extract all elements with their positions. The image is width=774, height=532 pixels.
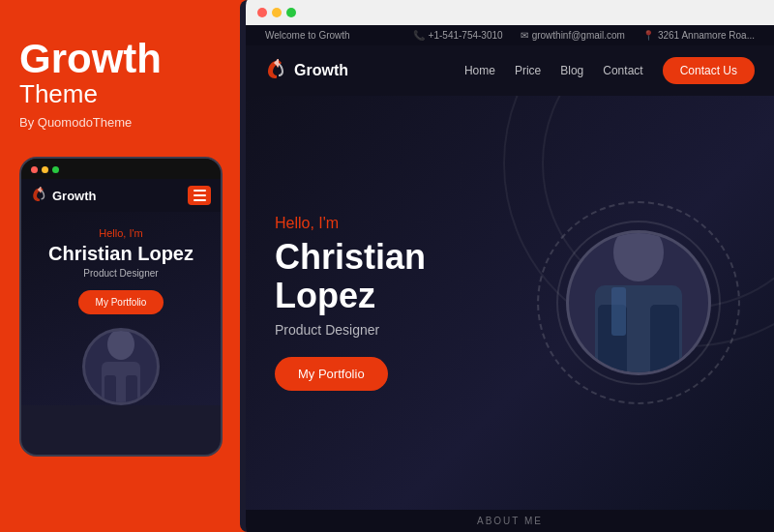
topbar-welcome: Welcome to Growth: [265, 30, 350, 41]
brand-title: Growth: [19, 39, 221, 79]
mobile-hamburger-button[interactable]: [188, 186, 211, 205]
mobile-logo-text: Growth: [52, 189, 97, 203]
desktop-logo: Growth: [265, 59, 348, 82]
desktop-preview-panel: Welcome to Growth 📞 +1-541-754-3010 ✉ gr…: [240, 0, 774, 532]
desktop-hero-section: Hello, I'm Christian Lopez Product Desig…: [246, 96, 774, 510]
hero-person-role: Product Designer: [275, 322, 532, 338]
nav-link-price[interactable]: Price: [515, 64, 541, 77]
brand-author: By QuomodoTheme: [19, 115, 221, 130]
hero-avatar: [566, 230, 711, 375]
mobile-window-bar: [21, 159, 221, 179]
leaf-icon-nav: [265, 59, 288, 82]
topbar-phone: 📞 +1-541-754-3010: [413, 30, 503, 41]
desktop-nav-links: Home Price Blog Contact Contact Us: [464, 57, 755, 84]
hero-avatar-area: [532, 196, 745, 409]
mobile-avatar: [82, 328, 160, 405]
hamburger-line-1: [194, 190, 206, 192]
hero-person-name: Christian Lopez: [275, 238, 532, 314]
svg-rect-8: [611, 287, 626, 336]
mobile-dot-red: [31, 166, 38, 173]
nav-link-home[interactable]: Home: [464, 64, 495, 77]
phone-icon: 📞: [413, 30, 425, 41]
desktop-top-info-bar: Welcome to Growth 📞 +1-541-754-3010 ✉ gr…: [246, 25, 774, 45]
brand-subtitle: Theme: [19, 79, 221, 109]
window-dot-yellow: [272, 8, 282, 17]
mobile-hero-section: Hello, I'm Christian Lopez Product Desig…: [21, 212, 221, 405]
mobile-portfolio-button[interactable]: My Portfolio: [78, 290, 164, 314]
nav-contact-button[interactable]: Contact Us: [663, 57, 755, 84]
hero-hello-text: Hello, I'm: [275, 215, 532, 232]
email-icon: ✉: [521, 30, 528, 41]
desktop-logo-text: Growth: [294, 62, 348, 79]
mobile-hello-text: Hello, I'm: [35, 227, 207, 239]
svg-rect-3: [126, 375, 137, 402]
mobile-logo: Growth: [31, 187, 97, 204]
mobile-avatar-area: [35, 328, 207, 405]
window-dot-green: [286, 8, 296, 17]
desktop-bottom-bar: ABOUT ME: [246, 510, 774, 532]
topbar-contact-info: 📞 +1-541-754-3010 ✉ growthinf@gmail.com …: [413, 30, 755, 41]
person-figure: [571, 230, 706, 372]
left-panel: Growth Theme By QuomodoTheme Growth: [0, 0, 240, 532]
location-icon: 📍: [642, 30, 654, 41]
svg-point-0: [107, 329, 134, 360]
desktop-window-bar: [246, 0, 774, 25]
mobile-dot-yellow: [42, 166, 48, 173]
hero-text-block: Hello, I'm Christian Lopez Product Desig…: [275, 215, 532, 391]
mobile-hero-name: Christian Lopez: [35, 243, 207, 264]
topbar-address: 📍 3261 Annamore Roa...: [642, 30, 755, 41]
hamburger-line-2: [194, 194, 206, 196]
svg-rect-2: [104, 375, 116, 402]
nav-link-blog[interactable]: Blog: [560, 64, 583, 77]
desktop-navbar: Growth Home Price Blog Contact Contact U…: [246, 45, 774, 96]
window-dot-red: [257, 8, 267, 17]
svg-point-4: [613, 230, 664, 281]
mobile-hero-role: Product Designer: [35, 268, 207, 279]
bottom-bar-text: ABOUT ME: [477, 516, 543, 526]
topbar-email: ✉ growthinf@gmail.com: [521, 30, 625, 41]
mobile-topbar: Growth: [21, 179, 221, 212]
svg-rect-7: [650, 305, 679, 372]
leaf-icon: [31, 187, 48, 204]
nav-link-contact[interactable]: Contact: [603, 64, 642, 77]
person-figure-small: [87, 328, 155, 402]
mobile-mockup: Growth Hello, I'm Christian Lopez Produc…: [19, 157, 223, 457]
hamburger-line-3: [194, 199, 206, 201]
mobile-dot-green: [52, 166, 59, 173]
hero-portfolio-button[interactable]: My Portfolio: [275, 357, 388, 391]
